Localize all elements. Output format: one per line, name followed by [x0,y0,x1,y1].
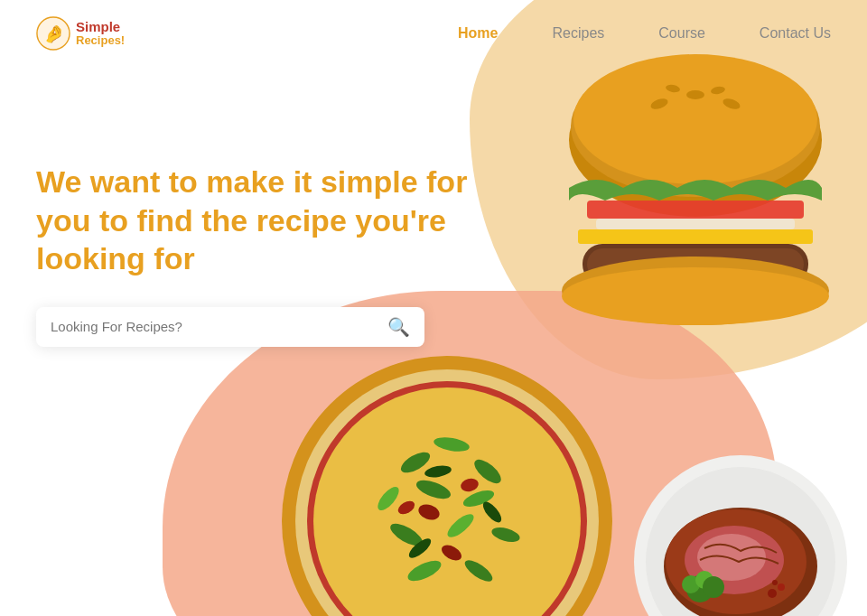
nav-link-course[interactable]: Course [658,25,705,41]
navbar: 🤌 Simple Recipes! Home Recipes Course Co… [0,0,867,67]
search-bar[interactable]: 🔍 [36,307,424,347]
nav-item-recipes[interactable]: Recipes [552,25,604,42]
svg-point-16 [562,267,829,325]
burger-image [542,54,849,334]
nav-link-recipes[interactable]: Recipes [552,25,604,41]
search-icon[interactable]: 🔍 [387,316,410,338]
svg-rect-11 [596,219,795,229]
nav-item-course[interactable]: Course [658,25,705,42]
svg-point-50 [778,583,785,591]
nav-link-home[interactable]: Home [458,25,498,41]
nav-links: Home Recipes Course Contact Us [458,25,831,42]
nav-item-home[interactable]: Home [458,25,498,42]
svg-rect-10 [587,201,804,219]
svg-point-49 [768,589,777,598]
logo-simple-text: Simple [76,20,125,35]
logo-recipes-text: Recipes! [76,34,125,47]
logo-icon: 🤌 [36,16,70,51]
hero-title: We want to make it simple for you to fin… [36,163,470,278]
svg-rect-12 [578,229,813,244]
nav-link-contact[interactable]: Contact Us [760,25,831,41]
svg-text:🤌: 🤌 [43,23,65,44]
hero-content: We want to make it simple for you to fin… [36,163,470,347]
logo[interactable]: 🤌 Simple Recipes! [36,16,125,51]
search-input[interactable] [51,319,387,334]
svg-point-4 [573,54,817,184]
svg-point-51 [772,580,778,585]
svg-point-48 [703,576,724,598]
nav-item-contact[interactable]: Contact Us [760,25,831,42]
svg-point-6 [686,90,704,99]
